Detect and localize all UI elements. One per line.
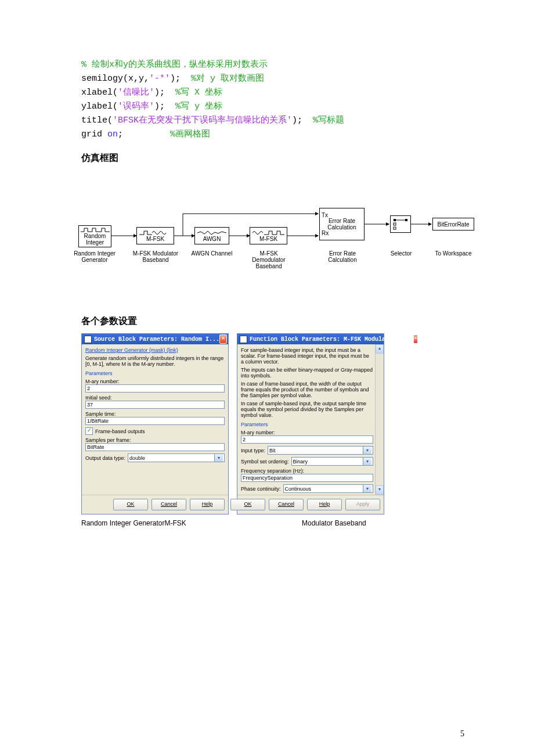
inputtype-select[interactable]: Bit▾: [268, 446, 373, 455]
phase-select[interactable]: Continuous▾: [283, 484, 373, 493]
block-caption: Selector: [375, 250, 427, 257]
block-label: Random: [84, 233, 106, 239]
scroll-down-icon[interactable]: ▾: [376, 485, 384, 495]
block-caption: M-FSK Demodulator Baseband: [243, 250, 295, 269]
ok-button[interactable]: OK: [113, 499, 148, 510]
sampletime-input[interactable]: [85, 417, 225, 425]
svg-rect-9: [405, 219, 407, 221]
wave-icon: [197, 230, 226, 236]
block-caption: AWGN Channel: [186, 250, 238, 257]
code-keyword: on: [107, 129, 118, 139]
caption-right: Modulator Baseband: [232, 519, 464, 527]
code-text: ;: [118, 129, 123, 139]
code-comment: %对 y 取对数画图: [191, 74, 264, 84]
matlab-code-block: % 绘制x和y的关系曲线图，纵坐标采用对数表示 semilogy(x,y,'-*…: [81, 58, 464, 142]
heading-params: 各个参数设置: [81, 315, 464, 327]
block-caption: M-FSK Modulator Baseband: [129, 250, 182, 263]
symorder-label: Symbol set ordering:: [241, 459, 289, 465]
checkbox-icon: ✓: [85, 427, 93, 435]
code-comment: %写标题: [313, 116, 344, 125]
dialog-desc: For sample-based integer input, the inpu…: [241, 347, 373, 365]
seed-label: Initial seed:: [85, 395, 225, 401]
block-mfsk-demod: M-FSK: [250, 227, 287, 244]
chevron-down-icon: ▾: [363, 447, 371, 454]
freqsep-label: Frequency separation (Hz):: [241, 468, 373, 474]
spf-label: Samples per frame:: [85, 437, 225, 443]
block-random-integer: Random Integer: [78, 225, 111, 247]
svg-rect-7: [394, 223, 396, 225]
freqsep-input[interactable]: [241, 474, 373, 482]
simulink-diagram: Random Integer Random Integer Generator …: [75, 182, 482, 298]
dialog-desc: The inputs can be either binary-mapped o…: [241, 367, 373, 379]
help-button[interactable]: Help: [190, 499, 225, 510]
mary-input[interactable]: [241, 435, 373, 444]
params-section-label: Parameters: [85, 370, 225, 376]
cancel-button[interactable]: Cancel: [269, 499, 304, 510]
svg-rect-8: [394, 227, 396, 229]
symorder-select[interactable]: Binary▾: [291, 457, 373, 466]
checkbox-label: Frame-based outputs: [95, 429, 145, 434]
code-comment: %画网格图: [170, 129, 210, 139]
block-error-rate-calc: Tx Rx Error Rate Calculation: [319, 208, 365, 240]
vertical-scrollbar[interactable]: ▴ ▾: [375, 344, 384, 495]
code-text: );: [154, 88, 165, 98]
dialog-random-integer: Source Block Parameters: Random I... ✕ R…: [81, 333, 229, 514]
code-text: semilogy(x,y,: [81, 74, 149, 84]
dialog-titlebar[interactable]: Function Block Parameters: M-FSK Modulat…: [237, 334, 384, 344]
wave-icon: [139, 230, 171, 236]
wave-icon: [252, 230, 284, 236]
select-value: double: [129, 455, 145, 461]
scroll-up-icon[interactable]: ▴: [376, 344, 384, 354]
block-awgn: AWGN: [194, 227, 229, 244]
cancel-button[interactable]: Cancel: [151, 499, 186, 510]
ok-button[interactable]: OK: [230, 499, 265, 510]
wave-icon: [81, 227, 110, 233]
code-string: '误码率': [118, 102, 154, 111]
port-label: Tx: [322, 212, 328, 218]
close-button[interactable]: ✕: [219, 334, 227, 344]
block-label: M-FSK: [259, 236, 277, 242]
code-text: xlabel(: [81, 88, 118, 98]
code-string: 'BFSK在无突发干扰下误码率与信噪比的关系': [113, 116, 292, 125]
close-button[interactable]: ✕: [413, 334, 418, 344]
apply-button[interactable]: Apply: [345, 499, 380, 510]
seed-input[interactable]: [85, 401, 225, 409]
svg-rect-6: [394, 219, 396, 221]
code-text: );: [154, 102, 165, 111]
dialog-body: ▴ ▾ For sample-based integer input, the …: [237, 344, 384, 495]
block-caption: Error Rate Calculation: [316, 250, 369, 263]
frame-based-checkbox[interactable]: ✓ Frame-based outputs: [85, 427, 225, 435]
dialog-desc: In case of frame-based input, the width …: [241, 381, 373, 398]
page-number: 5: [460, 729, 464, 739]
phase-label: Phase continuity:: [241, 486, 281, 492]
caption-left: Random Integer GeneratorM-FSK: [81, 519, 232, 527]
block-caption: Random Integer Generator: [68, 250, 121, 263]
port-label: Rx: [322, 230, 329, 236]
code-text: );: [292, 116, 302, 125]
code-text: title(: [81, 116, 113, 125]
outtype-select[interactable]: double ▾: [128, 453, 225, 462]
spf-input[interactable]: [85, 443, 225, 451]
select-value: Binary: [293, 459, 308, 465]
dialog-titlebar[interactable]: Source Block Parameters: Random I... ✕: [82, 334, 228, 344]
dialog-title-text: Source Block Parameters: Random I...: [94, 336, 219, 343]
select-value: Bit: [269, 448, 276, 453]
help-button[interactable]: Help: [307, 499, 342, 510]
chevron-down-icon: ▾: [363, 485, 371, 492]
code-string: '-*': [149, 74, 170, 84]
dialog-button-bar: OK Cancel Help Apply: [237, 495, 384, 514]
block-label: Integer: [86, 239, 104, 246]
code-comment: % 绘制x和y的关系曲线图，纵坐标采用对数表示: [81, 60, 268, 70]
selector-icon: [392, 218, 409, 231]
dialog-mfsk-modulator: Function Block Parameters: M-FSK Modulat…: [237, 333, 384, 514]
mask-link[interactable]: Random Integer Generator (mask) (link): [85, 347, 225, 353]
outtype-label: Output data type:: [85, 455, 125, 461]
mary-input[interactable]: [85, 384, 225, 393]
code-string: '信噪比': [118, 88, 154, 98]
block-to-workspace: BitErrorRate: [432, 218, 474, 231]
window-icon: [240, 336, 247, 343]
dialog-body: Random Integer Generator (mask) (link) G…: [82, 344, 228, 495]
mary-label: M-ary number:: [85, 379, 225, 384]
dialog-description: Generate random uniformly distributed in…: [85, 355, 225, 367]
params-section-label: Parameters: [241, 422, 373, 427]
